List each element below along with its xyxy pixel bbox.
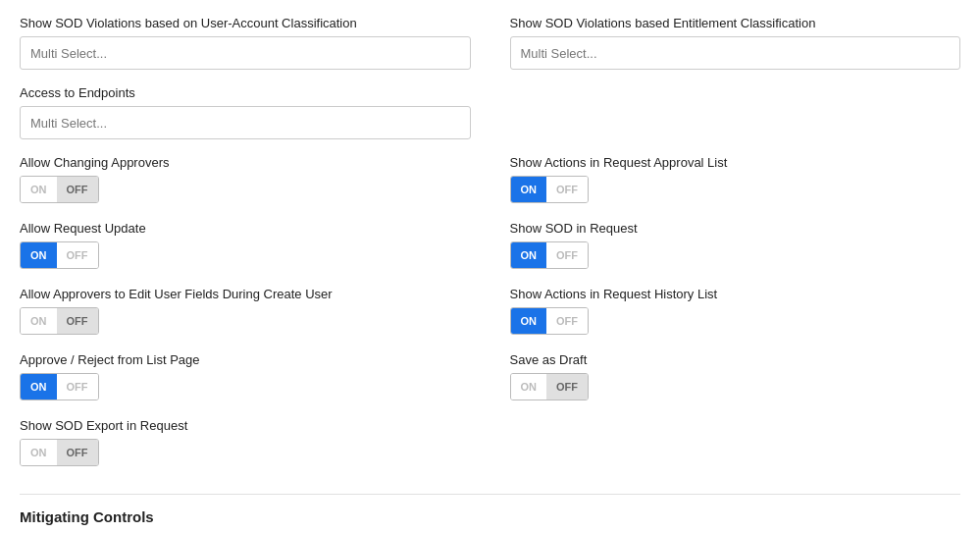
show-sod-request-toggle[interactable]: ON OFF [510, 241, 590, 269]
allow-request-update-toggle[interactable]: ON OFF [20, 241, 99, 269]
toggle-on-seg: ON [511, 242, 547, 268]
save-as-draft-toggle[interactable]: ON OFF [510, 373, 590, 400]
show-actions-history-toggle[interactable]: ON OFF [510, 307, 590, 335]
show-sod-export-toggle[interactable]: ON OFF [20, 439, 99, 466]
toggle-on-seg: ON [21, 177, 57, 202]
toggle-off-seg: OFF [57, 374, 98, 400]
allow-request-update-label: Allow Request Update [20, 221, 471, 236]
sod-violations-user-input[interactable] [20, 36, 471, 70]
mitigating-controls-title: Mitigating Controls [20, 508, 960, 525]
show-sod-request-label: Show SOD in Request [510, 221, 961, 236]
toggle-on-seg: ON [21, 440, 57, 465]
show-sod-export-label: Show SOD Export in Request [20, 418, 471, 433]
toggle-on-seg: ON [21, 308, 57, 334]
toggle-on-seg: ON [511, 308, 547, 334]
toggle-on-seg: ON [21, 374, 57, 400]
toggle-off-seg: OFF [546, 308, 588, 334]
sod-violations-user-label: Show SOD Violations based on User-Accoun… [20, 16, 471, 30]
sod-violations-entitlement-label: Show SOD Violations based Entitlement Cl… [510, 16, 961, 30]
toggle-off-seg: OFF [546, 242, 588, 268]
allow-approvers-edit-toggle[interactable]: ON OFF [20, 307, 99, 335]
toggle-off-seg: OFF [57, 440, 98, 465]
toggle-off-seg: OFF [546, 177, 588, 202]
show-actions-approval-toggle[interactable]: ON OFF [510, 176, 590, 203]
toggle-on-seg: ON [21, 242, 57, 268]
show-actions-history-label: Show Actions in Request History List [510, 287, 961, 301]
approve-reject-toggle[interactable]: ON OFF [20, 373, 99, 400]
show-actions-approval-label: Show Actions in Request Approval List [510, 155, 961, 170]
toggle-on-seg: ON [511, 374, 547, 400]
access-endpoints-label: Access to Endpoints [20, 85, 471, 100]
approve-reject-label: Approve / Reject from List Page [20, 352, 471, 367]
sod-violations-entitlement-input[interactable] [510, 36, 961, 70]
toggle-on-seg: ON [511, 177, 547, 202]
toggle-off-seg: OFF [546, 374, 588, 400]
allow-changing-approvers-toggle[interactable]: ON OFF [20, 176, 99, 203]
toggle-off-seg: OFF [57, 308, 98, 334]
allow-approvers-edit-label: Allow Approvers to Edit User Fields Duri… [20, 287, 471, 301]
toggle-off-seg: OFF [57, 242, 98, 268]
access-endpoints-input[interactable] [20, 106, 471, 139]
allow-changing-approvers-label: Allow Changing Approvers [20, 155, 471, 170]
save-as-draft-label: Save as Draft [510, 352, 961, 367]
toggle-off-seg: OFF [57, 177, 98, 202]
section-divider [20, 494, 960, 495]
